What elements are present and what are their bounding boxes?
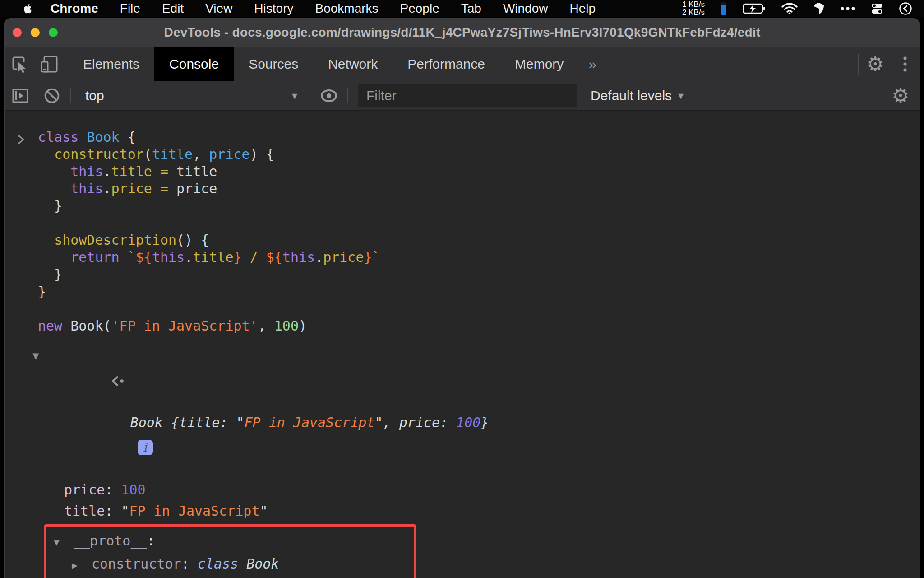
devtools-window: DevTools - docs.google.com/drawings/d/11… <box>4 18 920 578</box>
object-proto-properties: ▼__proto__:▶constructor: class Book▶show… <box>46 530 414 578</box>
menu-chrome[interactable]: Chrome <box>40 1 109 15</box>
macos-menubar: ChromeFileEditViewHistoryBookmarksPeople… <box>0 0 924 17</box>
highlight-annotation-box: ▼__proto__:▶constructor: class Book▶show… <box>44 524 416 578</box>
devtools-tabbar: ElementsConsoleSourcesNetworkPerformance… <box>5 47 920 81</box>
network-speed[interactable]: 1 KB/s 2 KB/s <box>682 0 705 17</box>
more-menu-icon[interactable] <box>840 6 855 11</box>
menu-help[interactable]: Help <box>559 1 606 15</box>
menu-bookmarks[interactable]: Bookmarks <box>304 1 389 15</box>
code-line: } <box>38 283 920 300</box>
shield-icon[interactable] <box>813 2 825 15</box>
log-levels-value: Default levels <box>591 88 672 103</box>
log-levels-select[interactable]: Default levels ▾ <box>591 88 684 103</box>
tab-elements[interactable]: Elements <box>68 47 154 81</box>
code-line: this.title = title <box>38 163 920 180</box>
console-log: class Book { constructor(title, price) {… <box>5 111 920 578</box>
object-own-properties: price: 100title: "FP in JavaScript" <box>5 479 920 522</box>
live-expression-eye-icon[interactable] <box>313 81 345 110</box>
battery-charging-icon[interactable] <box>743 3 766 14</box>
console-result: ▼ Book {title: "FP in JavaScript", price… <box>5 344 920 578</box>
tree-collapsed-icon[interactable]: ▶ <box>72 555 92 576</box>
execution-context-select[interactable]: top ▾ <box>74 81 307 110</box>
wifi-icon[interactable] <box>781 3 798 14</box>
tab-network[interactable]: Network <box>313 47 393 81</box>
device-toolbar-icon[interactable] <box>34 47 64 81</box>
info-badge-icon[interactable]: i <box>138 440 153 455</box>
menu-file[interactable]: File <box>109 1 151 15</box>
code-line: } <box>38 197 920 214</box>
code-line: new Book('FP in JavaScript', 100) <box>38 317 920 335</box>
clock-icon[interactable] <box>899 2 912 15</box>
devtools-settings-icon[interactable]: ⚙ <box>860 47 890 81</box>
code-line: class Book { <box>38 129 920 146</box>
tab-sources[interactable]: Sources <box>234 47 313 81</box>
inspect-element-icon[interactable] <box>5 47 34 81</box>
filter-input[interactable] <box>358 84 577 107</box>
apple-menu-icon[interactable] <box>23 3 33 14</box>
clear-console-icon[interactable] <box>36 81 68 110</box>
network-graph-icon[interactable] <box>720 2 727 15</box>
object-summary-text: Book {title: "FP in JavaScript", price: … <box>130 415 489 430</box>
console-settings-icon[interactable]: ⚙ <box>885 81 916 110</box>
return-value-icon <box>12 349 126 417</box>
property-row[interactable]: ▶showDescription: ƒ showDescription() <box>46 576 414 578</box>
menu-edit[interactable]: Edit <box>151 1 194 15</box>
property-row[interactable]: price: 100 <box>5 479 920 500</box>
tab-console[interactable]: Console <box>154 47 234 81</box>
input-chevron-icon <box>16 132 26 148</box>
property-row[interactable]: title: "FP in JavaScript" <box>5 500 920 522</box>
window-title: DevTools - docs.google.com/drawings/d/11… <box>5 25 920 40</box>
menubar-items: ChromeFileEditViewHistoryBookmarksPeople… <box>40 1 606 16</box>
menu-view[interactable]: View <box>194 1 243 15</box>
code-line: this.price = price <box>38 180 920 197</box>
screen: ChromeFileEditViewHistoryBookmarksPeople… <box>0 0 924 578</box>
console-toolbar: top ▾ Default levels ▾ ⚙ <box>5 81 920 111</box>
tab-memory[interactable]: Memory <box>500 47 578 81</box>
menu-history[interactable]: History <box>243 1 304 15</box>
tree-expanded-icon[interactable]: ▼ <box>54 532 74 553</box>
devtools-menu-icon[interactable] <box>890 47 920 81</box>
chevron-down-icon: ▾ <box>292 89 297 102</box>
code-line: } <box>38 266 920 283</box>
devtools-tabs: ElementsConsoleSourcesNetworkPerformance… <box>68 47 578 81</box>
tab-performance[interactable]: Performance <box>393 47 500 81</box>
property-row[interactable]: ▶constructor: class Book <box>46 553 414 576</box>
property-row[interactable]: ▼__proto__: <box>46 530 414 553</box>
code-line: showDescription() { <box>38 232 920 249</box>
menu-tab[interactable]: Tab <box>450 1 492 15</box>
code-line <box>38 214 920 232</box>
code-line: constructor(title, price) { <box>38 146 920 163</box>
more-tabs-icon[interactable]: » <box>578 47 606 81</box>
console-sidebar-toggle-icon[interactable] <box>5 81 36 110</box>
execution-context-value: top <box>85 88 104 103</box>
tree-expanded-icon[interactable]: ▼ <box>32 345 39 367</box>
menu-window[interactable]: Window <box>492 1 559 15</box>
code-line <box>38 300 920 317</box>
code-line: return `${this.title} / ${this.price}` <box>38 249 920 266</box>
console-input-echo: class Book { constructor(title, price) {… <box>5 129 920 335</box>
menu-people[interactable]: People <box>389 1 450 15</box>
object-summary-row[interactable]: ▼ Book {title: "FP in JavaScript", price… <box>5 344 920 479</box>
control-center-icon[interactable] <box>871 2 883 15</box>
chevron-down-icon: ▾ <box>678 89 684 102</box>
window-titlebar: DevTools - docs.google.com/drawings/d/11… <box>5 18 920 47</box>
